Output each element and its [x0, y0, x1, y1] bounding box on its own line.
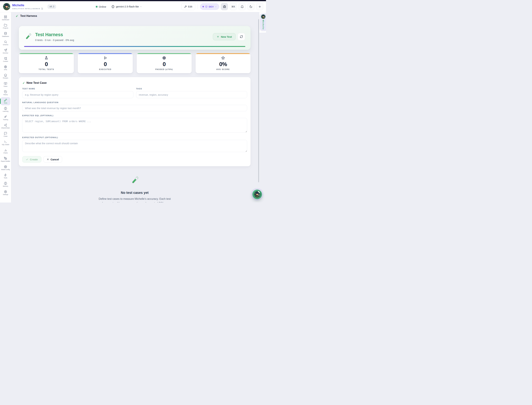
sidebar-item-settings[interactable]: Settings: [1, 189, 10, 197]
shortcut-label: ⌘K: [231, 5, 235, 8]
empty-state: No test cases yet Define test cases to m…: [19, 176, 250, 202]
pen-icon: [4, 157, 7, 160]
sidebar-item-charts[interactable]: Charts: [1, 147, 10, 155]
stat-value: 0: [45, 61, 48, 68]
field-question: NATURAL LANGUAGE QUESTION: [22, 101, 247, 111]
env-dot-icon: [203, 6, 204, 7]
brand: Michelle ANALYTICS INTELLIGENCE v0.3: [3, 3, 56, 10]
wrench-icon: [184, 6, 187, 8]
tags-label: TAGS: [136, 88, 247, 90]
user-tab-label: Michelle: [262, 20, 264, 30]
stat-card-executed: 0 EXECUTED: [78, 53, 133, 73]
refresh-button[interactable]: [238, 33, 245, 40]
field-expected-output: EXPECTED OUTPUT (OPTIONAL): [22, 136, 247, 153]
user-side-tab[interactable]: Michelle: [260, 14, 266, 31]
dashboard-icon: [4, 15, 7, 19]
stats-row: 0 TOTAL TESTS 0 EXECUTED 0 PASSED (≥70%)…: [19, 53, 250, 73]
brain-icon: [4, 182, 7, 185]
chevron-down-icon: ▾: [141, 6, 141, 7]
terminal-icon: [4, 140, 7, 143]
new-test-button[interactable]: New Test: [213, 33, 236, 40]
sidebar-nav: Dashboard Projects Databases Schema Enri…: [0, 12, 11, 202]
sidebar-item-projects[interactable]: Projects: [1, 22, 10, 30]
stat-value: 0: [163, 61, 165, 68]
sidebar-item-model-config[interactable]: Model Config: [1, 164, 10, 172]
model-selector[interactable]: gemini-2.5-flash-lite ▾: [111, 5, 141, 8]
empty-state-description: Define test cases to measure Michelle's …: [98, 197, 171, 202]
version-badge: v0.3: [47, 5, 56, 9]
sidebar-item-sql-studio[interactable]: SQL Studio: [1, 139, 10, 147]
app-header: Michelle ANALYTICS INTELLIGENCE v0.3 Onl…: [0, 1, 266, 12]
expected-output-label: EXPECTED OUTPUT (OPTIONAL): [22, 136, 247, 138]
sidebar-item-rules[interactable]: Rules: [1, 81, 10, 89]
field-expected-sql: EXPECTED SQL (OPTIONAL): [22, 115, 247, 133]
brain-icon: [4, 107, 7, 110]
create-button[interactable]: Create: [22, 156, 41, 162]
sidebar-item-learning[interactable]: Learning: [1, 106, 10, 114]
avatar: [261, 14, 265, 19]
sidebar-item-context[interactable]: Context: [1, 55, 10, 64]
sidebar-item-tools[interactable]: Tools: [1, 172, 10, 180]
scrollbar-thumb[interactable]: [258, 19, 259, 182]
cpu-icon: [4, 165, 7, 168]
dark-mode-button[interactable]: [247, 3, 255, 10]
environment-selector[interactable]: DEV: [200, 3, 219, 10]
question-input[interactable]: [22, 105, 247, 111]
stat-label: PASSED (≥70%): [155, 68, 173, 70]
sidebar-item-memory[interactable]: Memory: [1, 180, 10, 189]
sidebar-item-shared-brain[interactable]: Shared Brain: [1, 122, 10, 130]
book-open-icon: [4, 82, 7, 85]
paper-plane-icon: [4, 49, 7, 52]
tree-icon: [4, 57, 7, 60]
test-tube-icon: [4, 99, 7, 102]
expected-output-textarea[interactable]: [22, 140, 247, 152]
sidebar-item-tests[interactable]: Tests: [1, 97, 10, 105]
gear-icon: [4, 190, 7, 193]
stat-card-passed: 0 PASSED (≥70%): [137, 53, 192, 73]
plus-icon: [258, 5, 261, 8]
sidebar-item-report-builder[interactable]: Report Builder: [1, 155, 10, 164]
flask-icon: [45, 56, 48, 60]
close-icon: [47, 158, 49, 161]
tags-input[interactable]: [136, 91, 247, 98]
history-icon: [4, 90, 7, 94]
sidebar-item-kpis[interactable]: KPIs: [1, 64, 10, 72]
brain-icon: [111, 5, 115, 8]
microscope-icon: [41, 7, 43, 9]
command-palette-button[interactable]: ⌘K: [230, 3, 237, 10]
plus-icon: [217, 35, 219, 38]
expected-sql-textarea[interactable]: [22, 118, 247, 133]
field-test-name: TEST NAME: [22, 88, 133, 98]
form-title: New Test Case: [26, 81, 47, 85]
play-icon: [103, 56, 107, 60]
test-tube-icon: [22, 81, 25, 84]
sidebar-item-dashboard[interactable]: Dashboard: [1, 14, 10, 22]
window-top-strip: [0, 0, 266, 1]
sidebar-item-history[interactable]: History: [1, 89, 10, 97]
assistant-launcher-button[interactable]: [252, 189, 262, 199]
sidebar-item-recipes[interactable]: Recipes: [1, 72, 10, 80]
stat-label: EXECUTED: [99, 68, 112, 70]
chat-icon: [4, 132, 7, 135]
test-name-label: TEST NAME: [22, 88, 133, 90]
sparkle-icon: [4, 115, 7, 118]
sidebar-item-enricher[interactable]: Enricher: [1, 47, 10, 55]
avatar: [3, 3, 10, 10]
sidebar-item-chats[interactable]: Chats: [1, 130, 10, 139]
edit-button[interactable]: Edit: [181, 3, 195, 10]
debug-button[interactable]: [221, 3, 228, 10]
sidebar-item-databases[interactable]: Databases: [1, 31, 10, 39]
notifications-button[interactable]: [238, 3, 246, 10]
header-actions: Edit DEV ⌘K: [181, 3, 263, 10]
test-name-input[interactable]: [22, 91, 133, 98]
stat-label: AVG SCORE: [216, 68, 230, 70]
zap-icon: [4, 173, 7, 177]
shield-icon: [205, 6, 208, 8]
add-button[interactable]: [256, 3, 263, 10]
sidebar-item-schema[interactable]: Schema: [1, 39, 10, 47]
empty-state-title: No test cases yet: [19, 191, 250, 195]
cancel-button[interactable]: Cancel: [43, 156, 62, 162]
brand-subtitle: ANALYTICS INTELLIGENCE: [12, 8, 40, 9]
sidebar-item-training[interactable]: Training: [1, 114, 10, 122]
online-label: Online: [99, 5, 106, 8]
